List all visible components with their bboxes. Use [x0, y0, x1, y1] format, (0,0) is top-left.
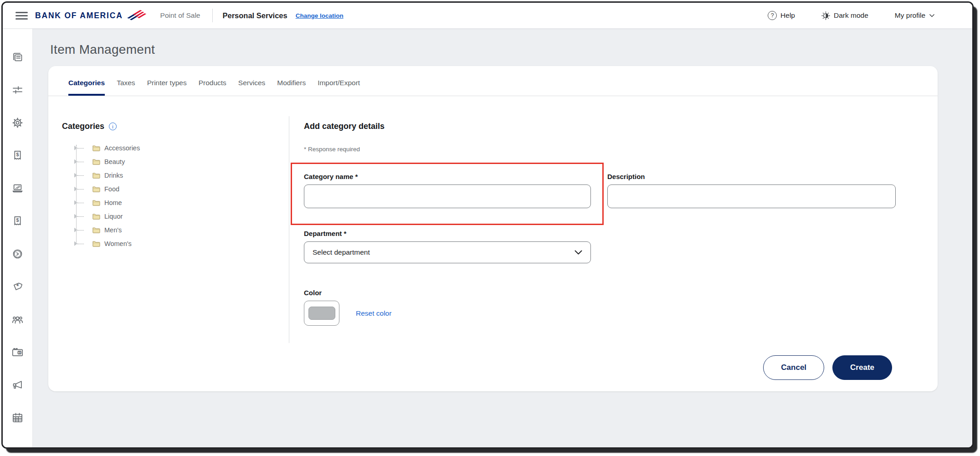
- left-sidebar: $ $: [3, 29, 33, 447]
- description-field-group: Description: [607, 173, 896, 208]
- form-actions: Cancel Create: [763, 355, 892, 380]
- dark-mode-toggle[interactable]: Dark mode: [821, 11, 868, 20]
- tree-item-womens[interactable]: Women's: [74, 237, 289, 251]
- color-picker[interactable]: [304, 301, 339, 326]
- tab-printer-types[interactable]: Printer types: [147, 79, 187, 96]
- department-selected-value: Select department: [313, 248, 370, 256]
- tab-bar: Categories Taxes Printer types Products …: [48, 66, 938, 96]
- tree-item-mens[interactable]: Men's: [74, 223, 289, 237]
- expand-arrow-icon[interactable]: [74, 241, 77, 246]
- tree-item-liquor[interactable]: Liquor: [74, 210, 289, 223]
- tree-item-home[interactable]: Home: [74, 196, 289, 210]
- svg-text:$: $: [16, 217, 19, 223]
- info-icon[interactable]: i: [109, 123, 117, 130]
- gift-card-icon[interactable]: $: [11, 346, 24, 359]
- receipt-dollar-icon[interactable]: $: [11, 149, 24, 162]
- department-field-group: Department * Select department: [304, 230, 896, 263]
- create-button[interactable]: Create: [832, 355, 892, 380]
- reset-color-link[interactable]: Reset color: [356, 309, 391, 318]
- folder-icon: [92, 199, 100, 206]
- expand-arrow-icon[interactable]: [74, 214, 77, 219]
- chevron-down-icon: [575, 250, 582, 255]
- tree-item-food[interactable]: Food: [74, 182, 289, 196]
- help-button[interactable]: ? Help: [768, 11, 795, 20]
- dark-mode-label: Dark mode: [834, 11, 868, 20]
- form-heading: Add category details: [304, 122, 896, 131]
- tab-products[interactable]: Products: [199, 79, 226, 96]
- expand-arrow-icon[interactable]: [74, 228, 77, 232]
- color-field-group: Color Reset color: [304, 289, 896, 326]
- top-header: BANK OF AMERICA Point of Sale Personal S…: [3, 3, 972, 29]
- tab-import-export[interactable]: Import/Export: [318, 79, 360, 96]
- add-category-form: Add category details * Response required…: [289, 116, 938, 343]
- svg-text:$: $: [16, 152, 19, 157]
- brand-wordmark: BANK OF AMERICA: [35, 11, 123, 20]
- tree-item-beauty[interactable]: Beauty: [74, 155, 289, 169]
- folder-icon: [92, 158, 100, 165]
- bank-of-america-logo[interactable]: BANK OF AMERICA: [35, 9, 147, 22]
- invoice-dollar-icon[interactable]: $: [11, 215, 24, 227]
- chevron-down-icon: [929, 14, 935, 18]
- tab-modifiers[interactable]: Modifiers: [277, 79, 306, 96]
- laptop-icon[interactable]: [11, 182, 24, 195]
- location-name: Personal Services: [223, 11, 287, 20]
- folder-icon: [92, 213, 100, 220]
- clock-history-icon[interactable]: [11, 247, 24, 260]
- app-window: BANK OF AMERICA Point of Sale Personal S…: [1, 1, 974, 449]
- item-management-card: Categories Taxes Printer types Products …: [48, 66, 938, 391]
- page-title: Item Management: [50, 42, 972, 57]
- sliders-icon[interactable]: [11, 83, 24, 96]
- help-label: Help: [780, 11, 795, 20]
- people-icon[interactable]: [11, 313, 24, 326]
- expand-arrow-icon[interactable]: [74, 146, 77, 150]
- tab-categories[interactable]: Categories: [68, 79, 105, 96]
- folder-icon: [92, 172, 100, 179]
- required-note: * Response required: [304, 146, 896, 153]
- department-label: Department *: [304, 230, 896, 237]
- stacked-documents-icon[interactable]: [11, 51, 24, 63]
- folder-icon: [92, 144, 100, 152]
- profile-menu[interactable]: My profile: [895, 11, 935, 20]
- megaphone-icon[interactable]: [11, 379, 24, 391]
- app-name: Point of Sale: [160, 11, 200, 20]
- tab-services[interactable]: Services: [238, 79, 265, 96]
- gear-icon[interactable]: [11, 116, 24, 129]
- header-divider: [212, 9, 213, 22]
- folder-icon: [92, 240, 100, 247]
- categories-heading: Categories: [62, 122, 104, 131]
- change-location-link[interactable]: Change location: [296, 12, 344, 19]
- help-icon: ?: [768, 11, 777, 20]
- expand-arrow-icon[interactable]: [74, 187, 77, 191]
- expand-arrow-icon[interactable]: [74, 173, 77, 178]
- dark-mode-icon: [821, 11, 830, 20]
- folder-icon: [92, 226, 100, 234]
- tab-taxes[interactable]: Taxes: [117, 79, 135, 96]
- bank-of-america-flag-icon: [126, 9, 147, 22]
- color-label: Color: [304, 289, 896, 297]
- hamburger-menu-icon[interactable]: [15, 12, 28, 20]
- department-select[interactable]: Select department: [304, 241, 591, 263]
- svg-text:$: $: [19, 350, 21, 354]
- tree-item-accessories[interactable]: Accessories: [74, 141, 289, 155]
- expand-arrow-icon[interactable]: [74, 159, 77, 164]
- category-name-label: Category name *: [304, 173, 591, 180]
- profile-label: My profile: [895, 11, 925, 20]
- category-name-input[interactable]: [304, 184, 591, 208]
- category-tree: Accessories Beauty Drinks: [74, 141, 289, 251]
- expand-arrow-icon[interactable]: [74, 200, 77, 205]
- description-label: Description: [607, 173, 896, 180]
- tree-item-drinks[interactable]: Drinks: [74, 169, 289, 182]
- calendar-grid-icon[interactable]: [11, 411, 24, 424]
- description-input[interactable]: [607, 184, 896, 208]
- main-content: Item Management Categories Taxes Printer…: [33, 29, 972, 447]
- folder-icon: [92, 185, 100, 193]
- categories-panel: Categories i Accessories Beauty: [48, 116, 289, 343]
- cancel-button[interactable]: Cancel: [763, 355, 824, 380]
- category-name-field-group: Category name *: [304, 173, 591, 208]
- color-swatch: [308, 307, 335, 320]
- price-tag-icon[interactable]: *: [11, 280, 24, 293]
